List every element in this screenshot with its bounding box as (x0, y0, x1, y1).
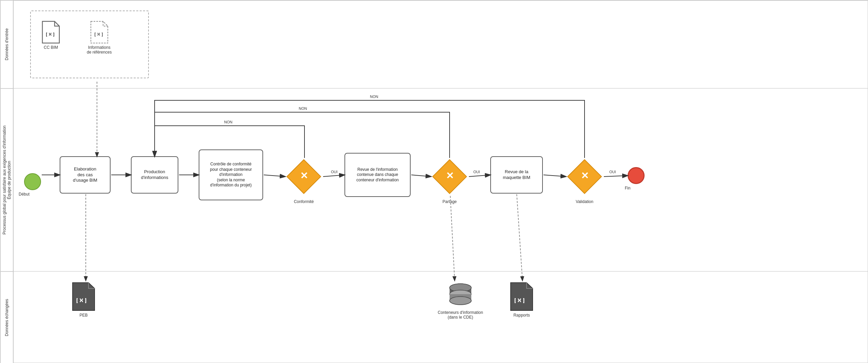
debut-label: Début (19, 192, 29, 197)
conformite-label: Conformité (294, 199, 314, 204)
svg-text:✕: ✕ (300, 170, 308, 181)
infosref-doc: Informationsde références (87, 21, 112, 55)
infosref-label: Informationsde références (87, 45, 112, 55)
peb-label: PEB (79, 313, 87, 318)
elaboration-box: Elaborationdes casd'usage BIM (60, 156, 111, 194)
validation-diamond: ✕ Validation (566, 158, 603, 197)
lane-label-1: Données d'entrée (0, 0, 13, 88)
controle-box: Contrôle de conformitépour chaque conten… (199, 149, 263, 200)
lane-label-3: Données échangées (0, 271, 13, 363)
revuemaquette-box: Revue de lamaquette BIM (490, 156, 543, 194)
conteneurs-db: Conteneurs d'information(dans le CDE) (438, 282, 483, 320)
partage-label: Partage (442, 199, 457, 204)
fin-label: Fin (625, 186, 631, 190)
peb-doc: PEB (71, 282, 96, 318)
controle-label: Contrôle de conformitépour chaque conten… (210, 162, 252, 188)
left-border (13, 0, 14, 363)
svg-text:✕: ✕ (446, 170, 454, 181)
rapports-doc: Rapports (509, 282, 534, 318)
validation-label: Validation (576, 199, 593, 204)
revueinfo-label: Revue de l'informationcontenue dans chaq… (356, 167, 399, 183)
revueinfo-box: Revue de l'informationcontenue dans chaq… (344, 153, 411, 197)
production-label: Productiond'informations (141, 169, 169, 181)
conformite-diamond: ✕ Conformité (285, 158, 322, 197)
diagram-container: Données d'entrée Processus global pour s… (0, 0, 868, 363)
svg-text:✕: ✕ (581, 170, 589, 181)
production-box: Productiond'informations (131, 156, 178, 194)
revuemaquette-label: Revue de lamaquette BIM (503, 169, 530, 181)
partage-diamond: ✕ Partage (431, 158, 468, 197)
svg-point-12 (450, 297, 471, 305)
rapports-label: Rapports (513, 313, 530, 318)
conteneurs-label: Conteneurs d'information(dans le CDE) (438, 310, 483, 320)
elaboration-label: Elaborationdes casd'usage BIM (73, 166, 97, 184)
ccbim-doc: CC BIM (41, 21, 61, 50)
swimlane-labels: Données d'entrée Processus global pour s… (0, 0, 13, 363)
ccbim-label: CC BIM (44, 45, 58, 50)
lane-label-2: Processus global pour satisfaire aux exi… (0, 88, 13, 271)
